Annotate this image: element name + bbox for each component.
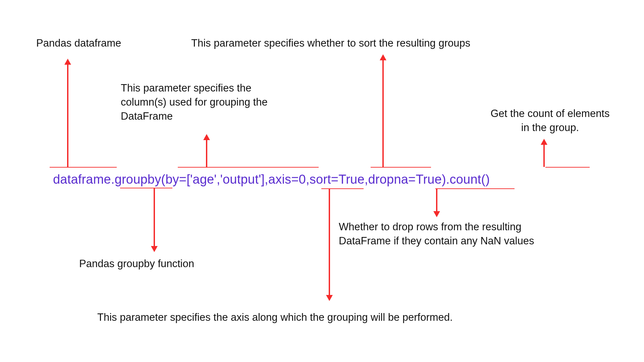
underline-count	[545, 167, 590, 168]
arrow-sort-shaft	[382, 60, 384, 167]
underline-sort	[371, 167, 431, 168]
arrow-dataframe-head	[64, 59, 71, 65]
label-sort-param: This parameter specifies whether to sort…	[191, 36, 470, 50]
label-groupby-fn: Pandas groupby function	[79, 257, 194, 271]
label-count-method: Get the count of elements in the group.	[480, 107, 621, 135]
arrow-sort-head	[380, 54, 386, 60]
underline-dataframe	[50, 167, 117, 168]
code-expression: dataframe.groupby(by=['age','output'],ax…	[53, 172, 490, 187]
arrow-by-head	[203, 134, 210, 140]
label-by-param: This parameter specifies the column(s) u…	[121, 81, 295, 123]
arrow-groupby-shaft	[154, 188, 155, 247]
arrow-dropna-shaft	[436, 189, 437, 213]
arrow-by-shaft	[206, 139, 207, 167]
arrow-count-head	[541, 139, 547, 145]
underline-dropna	[435, 188, 515, 189]
underline-groupby	[120, 188, 172, 188]
arrow-dataframe-shaft	[67, 64, 68, 167]
arrow-axis-shaft	[329, 189, 330, 296]
arrow-groupby-head	[151, 246, 158, 252]
underline-by	[178, 167, 319, 168]
arrow-dropna-head	[433, 211, 440, 217]
label-axis-param: This parameter specifies the axis along …	[97, 310, 453, 324]
diagram-canvas: Pandas dataframe This parameter specifie…	[0, 0, 644, 362]
arrow-count-shaft	[543, 144, 545, 167]
underline-axis	[321, 188, 364, 189]
label-dropna-param: Whether to drop rows from the resulting …	[339, 220, 553, 248]
label-dataframe: Pandas dataframe	[36, 36, 121, 50]
arrow-axis-head	[326, 295, 333, 301]
